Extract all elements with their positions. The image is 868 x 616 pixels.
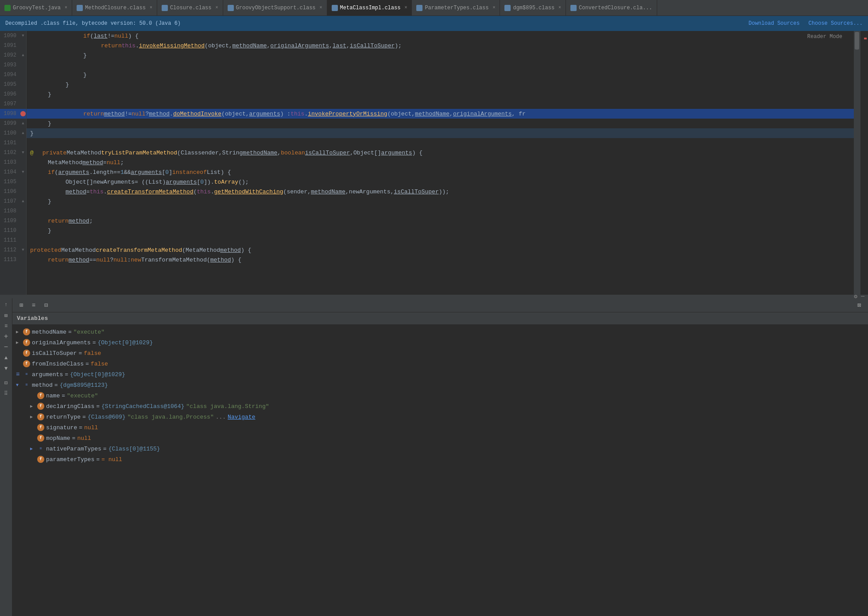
var-navigate-returnType[interactable]: Navigate: [228, 414, 255, 420]
var-icon-method-returnType: f: [37, 413, 44, 420]
debug-toolbar-table-icon[interactable]: ⊞: [16, 300, 27, 311]
var-item-arguments[interactable]: ≡ ≡ arguments = {Object[0]@1029}: [12, 369, 868, 380]
var-icon-arguments: ≡: [23, 371, 30, 378]
tab-close[interactable]: ×: [558, 5, 561, 10]
variables-label: Variables: [17, 315, 48, 322]
line-num-1105: 1105: [0, 177, 20, 187]
fold-1099[interactable]: ▲: [20, 121, 26, 126]
debug-toolbar-list-icon[interactable]: ≡: [28, 300, 39, 311]
var-item-method-signature[interactable]: f signature = null: [12, 422, 868, 433]
line-num-1096: 1096: [0, 89, 20, 99]
debug-nav-btn-3[interactable]: ≡: [1, 321, 11, 331]
var-item-fromInsideClass[interactable]: f fromInsideClass = false: [12, 358, 868, 369]
tab-groovy-test[interactable]: GroovyTest.java ×: [0, 0, 72, 16]
download-sources-link[interactable]: Download Sources: [748, 20, 799, 27]
var-item-methodName[interactable]: ▶ f methodName = "execute": [12, 327, 868, 337]
line-num-1104: 1104: [0, 167, 20, 177]
var-name-isCallToSuper: isCallToSuper: [32, 350, 77, 357]
var-icon-methodName: f: [23, 328, 30, 335]
var-value-method-parameterTypes: = null: [101, 456, 122, 463]
line-num-1094: 1094: [0, 70, 20, 80]
choose-sources-link[interactable]: Choose Sources...: [809, 20, 863, 27]
var-expand-arguments[interactable]: ≡: [16, 371, 23, 378]
var-icon-method-declaringClass: f: [37, 403, 44, 410]
tab-close[interactable]: ×: [492, 5, 495, 10]
debug-nav-btn-up[interactable]: ▲: [1, 353, 11, 363]
var-expand-method-declaringClass[interactable]: ▶: [30, 404, 37, 409]
tab-closure[interactable]: Closure.class ×: [157, 0, 223, 16]
tab-groovy-object-support[interactable]: GroovyObjectSupport.class ×: [223, 0, 327, 16]
var-value-method-mopName: null: [77, 435, 91, 442]
fold-1102[interactable]: ▼: [20, 150, 26, 155]
var-icon-method-parameterTypes: f: [37, 456, 44, 463]
fold-1112[interactable]: ▼: [20, 248, 26, 252]
var-item-method-name[interactable]: f name = "execute": [12, 390, 868, 401]
line-num-1092: 1092: [0, 50, 20, 60]
variables-header: Variables: [12, 312, 868, 325]
debug-nav-btn-minus[interactable]: −: [1, 343, 11, 352]
code-line-1110: }: [27, 226, 854, 235]
code-line-1108: [27, 206, 854, 216]
tab-icon-class2: [162, 5, 168, 11]
var-expand-methodName[interactable]: ▶: [16, 329, 23, 335]
debug-nav-btn-dots[interactable]: ⠿: [1, 389, 11, 398]
code-line-1096: }: [27, 89, 854, 99]
var-item-method-returnType[interactable]: ▶ f returnType = {Class@609} "class java…: [12, 412, 868, 422]
line-num-1093: 1093: [0, 60, 20, 70]
vertical-scrollbar[interactable]: [854, 31, 860, 295]
tab-method-closure[interactable]: MethodClosure.class ×: [72, 0, 157, 16]
var-item-method-mopName[interactable]: f mopName = null: [12, 433, 868, 443]
tab-close[interactable]: ×: [320, 5, 322, 10]
code-line-1107: }: [27, 196, 854, 206]
tab-close[interactable]: ×: [216, 5, 218, 10]
line-number-gutter: 1090▼ 1091 1092▲ 1093 1094 1095 1096 109…: [0, 31, 27, 295]
code-line-1106: method = this.createTransformMetaMethod(…: [27, 187, 854, 196]
code-editor[interactable]: Reader Mode if (last != null) { return t…: [27, 31, 854, 295]
variables-list[interactable]: ▶ f methodName = "execute" ▶ f originalA…: [12, 325, 868, 616]
var-expand-originalArguments[interactable]: ▶: [16, 340, 23, 345]
tab-meta-class-impl[interactable]: MetaClassImpl.class ×: [327, 0, 412, 16]
tab-icon-class5: [416, 5, 422, 11]
var-item-isCallToSuper[interactable]: f isCallToSuper = false: [12, 348, 868, 358]
error-gutter: [860, 31, 868, 295]
var-item-originalArguments[interactable]: ▶ f originalArguments = {Object[0]@1029}: [12, 337, 868, 348]
var-name-method-signature: signature: [46, 424, 77, 431]
var-expand-method[interactable]: ▼: [16, 383, 23, 388]
fold-1100[interactable]: ▲: [20, 131, 26, 135]
code-line-1090: if (last != null) {: [27, 31, 854, 41]
debug-nav-btn-1[interactable]: ↑: [1, 300, 11, 310]
var-item-method-parameterTypes[interactable]: f parameterTypes = = null: [12, 454, 868, 465]
var-item-method-declaringClass[interactable]: ▶ f declaringClass = {StringCachedClass@…: [12, 401, 868, 412]
fold-1092[interactable]: ▲: [20, 53, 26, 58]
line-num-1098: 1098: [0, 109, 20, 119]
var-value-method-returnType: {Class@609}: [88, 414, 126, 420]
debug-toolbar-split-icon[interactable]: ⊟: [41, 300, 51, 311]
var-icon-method: ≡: [23, 381, 30, 389]
var-expand-method-returnType[interactable]: ▶: [30, 414, 37, 420]
tab-parameter-types[interactable]: ParameterTypes.class ×: [412, 0, 500, 16]
var-item-method[interactable]: ▼ ≡ method = {dgm$895@1123}: [12, 380, 868, 390]
breakpoint-1098[interactable]: [20, 111, 26, 116]
tab-dgm895[interactable]: dgm$895.class ×: [500, 0, 566, 16]
debug-nav-btn-plus[interactable]: +: [1, 332, 11, 342]
fold-1090[interactable]: ▼: [20, 34, 26, 38]
debug-nav-btn-screen[interactable]: ⊡: [1, 378, 11, 388]
debug-nav-btn-down[interactable]: ▼: [1, 364, 11, 373]
tab-close[interactable]: ×: [150, 5, 152, 10]
var-value-arguments: {Object[0]@1029}: [70, 371, 125, 378]
tab-bar: GroovyTest.java × MethodClosure.class × …: [0, 0, 868, 16]
var-expand-method-nativeParamTypes[interactable]: ▶: [30, 446, 37, 451]
tab-close[interactable]: ×: [404, 5, 407, 10]
var-item-method-nativeParamTypes[interactable]: ▶ ≡ nativeParamTypes = {Class[0]@1155}: [12, 443, 868, 454]
debug-nav-btn-2[interactable]: ⊞: [1, 311, 11, 320]
fold-1107[interactable]: ▲: [20, 199, 26, 204]
fold-1104[interactable]: ▼: [20, 170, 26, 174]
tab-close[interactable]: ×: [65, 5, 67, 10]
tab-label: ConvertedClosure.cla...: [579, 5, 652, 11]
line-num-1103: 1103: [0, 158, 20, 167]
code-line-1111: [27, 235, 854, 245]
tab-label: MetaClassImpl.class: [340, 5, 401, 11]
var-icon-method-name: f: [37, 392, 44, 399]
debug-toolbar-layout-icon[interactable]: ⊠: [854, 300, 864, 311]
tab-converted-closure[interactable]: ConvertedClosure.cla...: [566, 0, 657, 16]
